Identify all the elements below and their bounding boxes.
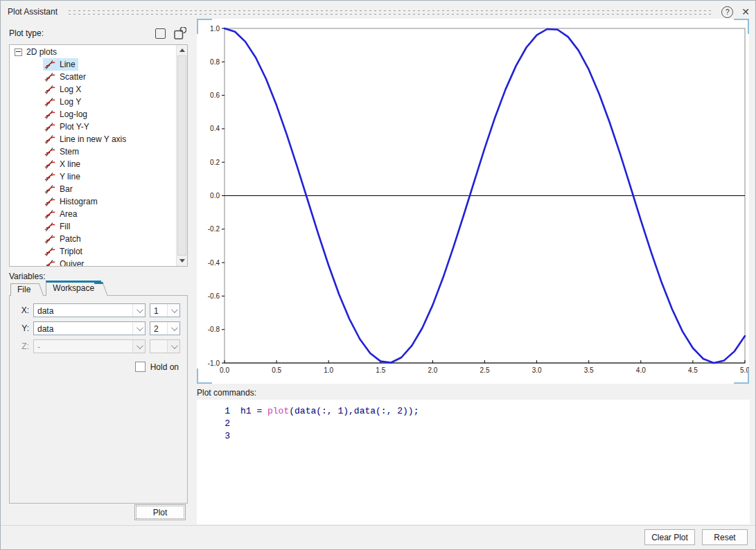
- z-variable-select: -: [33, 339, 146, 353]
- scroll-up-icon[interactable]: [177, 45, 187, 55]
- y-tick-label: 0.8: [210, 58, 220, 66]
- workspace-tab-page: X:data1Y:data2Z:- Hold on: [9, 295, 188, 504]
- close-icon[interactable]: ✕: [741, 7, 750, 17]
- selection-corner-top-left: [197, 19, 212, 34]
- plot-curve-icon: [44, 160, 55, 169]
- x-tick-label: 2.5: [480, 366, 490, 374]
- tree-root-2d-plots[interactable]: 2D plots: [10, 46, 176, 58]
- chevron-down-icon: [132, 340, 145, 353]
- tree-item-stem[interactable]: Stem: [10, 145, 176, 158]
- plot-assistant-window: Plot Assistant ? ✕ Plot type: 2D plots L…: [0, 0, 756, 550]
- plot-curve-icon: [44, 172, 55, 181]
- plot-curve-icon: [44, 185, 55, 194]
- chevron-down-icon: [167, 340, 179, 353]
- tree-item-area[interactable]: Area: [10, 208, 176, 220]
- tree-item-histogram[interactable]: Histogram: [10, 195, 176, 208]
- plot-button[interactable]: Plot: [134, 504, 186, 520]
- line-number: 2: [197, 418, 230, 430]
- export-figure-icon[interactable]: [173, 26, 186, 40]
- help-icon[interactable]: ?: [721, 6, 733, 18]
- code-line[interactable]: 2: [197, 418, 750, 430]
- selection-corner-bottom-left: [197, 369, 212, 384]
- plot-curve-icon: [44, 148, 55, 157]
- tree-item-log-x[interactable]: Log X: [10, 83, 176, 96]
- y-column-select[interactable]: 2: [150, 321, 180, 335]
- y-tick-label: -1.0: [208, 360, 220, 367]
- tree-item-x-line[interactable]: X line: [10, 158, 176, 170]
- tree-item-fill[interactable]: Fill: [10, 220, 176, 233]
- variables-tabs: File Workspace: [10, 281, 109, 296]
- x-tick-label: 3.0: [532, 366, 542, 374]
- clear-plot-button[interactable]: Clear Plot: [644, 529, 695, 545]
- y-tick-label: 0.0: [210, 192, 220, 199]
- collapse-icon[interactable]: [15, 48, 22, 56]
- x-column-select[interactable]: 1: [150, 303, 180, 317]
- tree-item-patch[interactable]: Patch: [10, 233, 176, 245]
- tree-item-bar[interactable]: Bar: [10, 183, 176, 195]
- y-tick-label: -0.8: [208, 326, 220, 333]
- plot-curve-icon: [44, 123, 55, 132]
- plot-curve-icon: [44, 110, 55, 119]
- chevron-down-icon[interactable]: [167, 304, 179, 317]
- x-tick-label: 2.0: [428, 366, 437, 374]
- plot-type-label: Plot type:: [9, 28, 44, 38]
- variable-row-x: X:data1: [17, 303, 180, 317]
- titlebar: Plot Assistant ? ✕: [8, 5, 750, 19]
- x-tick-label: 0.0: [220, 366, 229, 374]
- variable-row-z: Z:-: [17, 339, 180, 353]
- window-title: Plot Assistant: [8, 7, 58, 17]
- line-number: 3: [197, 430, 230, 443]
- plot-curve-icon: [44, 247, 55, 256]
- tree-item-log-log[interactable]: Log-log: [10, 108, 176, 121]
- line-number: 1: [197, 405, 230, 418]
- y-tick-label: -0.2: [208, 225, 220, 233]
- tree-item-triplot[interactable]: Triplot: [10, 245, 176, 258]
- x-tick-label: 1.0: [324, 366, 333, 374]
- scrollbar-thumb[interactable]: [177, 55, 186, 256]
- scroll-down-icon[interactable]: [177, 256, 187, 266]
- plot-curve-icon: [44, 222, 55, 231]
- new-figure-icon[interactable]: [153, 26, 167, 40]
- plot-curve-icon: [44, 235, 55, 244]
- tree-item-line[interactable]: Line: [10, 58, 176, 71]
- tab-file[interactable]: File: [10, 283, 37, 296]
- plot-curve-icon: [44, 197, 55, 206]
- selection-corner-top-right: [734, 19, 749, 34]
- chevron-down-icon[interactable]: [132, 322, 145, 335]
- tree-item-plot-y-y[interactable]: Plot Y-Y: [10, 121, 176, 133]
- tree-scrollbar[interactable]: [176, 45, 187, 266]
- titlebar-drag-handle[interactable]: [67, 8, 713, 15]
- y-tick-label: -0.6: [208, 292, 220, 300]
- x-tick-label: 4.0: [636, 366, 646, 374]
- z-column-select: [150, 339, 180, 353]
- tree-item-log-y[interactable]: Log Y: [10, 96, 176, 108]
- axis-label: Y:: [17, 323, 29, 333]
- y-variable-select[interactable]: data: [33, 321, 146, 335]
- code-line[interactable]: 3: [197, 430, 750, 443]
- plot-type-tree: 2D plots Line Scatter Log X Log Y Log-lo…: [9, 44, 188, 267]
- y-tick-label: -0.4: [208, 259, 220, 267]
- plot-curve-icon: [44, 73, 55, 82]
- chevron-down-icon[interactable]: [167, 322, 179, 335]
- x-tick-label: 4.5: [688, 366, 698, 374]
- reset-button[interactable]: Reset: [702, 529, 748, 545]
- plot-commands-label: Plot commands:: [197, 388, 256, 398]
- plot-commands-editor[interactable]: 1h1 = plot(data(:, 1),data(:, 2));23: [197, 400, 750, 524]
- y-tick-label: 0.2: [210, 159, 220, 166]
- tree-item-scatter[interactable]: Scatter: [10, 71, 176, 83]
- y-tick-label: 0.6: [210, 91, 220, 99]
- tree-item-y-line[interactable]: Y line: [10, 170, 176, 183]
- tree-item-line-in-new-y-axis[interactable]: Line in new Y axis: [10, 133, 176, 145]
- hold-on-checkbox[interactable]: [135, 362, 146, 372]
- x-tick-label: 3.5: [584, 366, 594, 374]
- tree-item-quiver[interactable]: Quiver: [10, 258, 176, 267]
- axis-label: X:: [17, 305, 29, 315]
- code-line[interactable]: 1h1 = plot(data(:, 1),data(:, 2));: [197, 405, 750, 418]
- hold-on-row: Hold on: [10, 362, 179, 372]
- chevron-down-icon[interactable]: [132, 304, 145, 317]
- tab-workspace[interactable]: Workspace: [46, 281, 101, 296]
- x-variable-select[interactable]: data: [33, 303, 146, 317]
- selection-corner-bottom-right: [734, 369, 749, 384]
- plot-type-header: Plot type:: [9, 26, 186, 41]
- plot-curve-icon: [44, 260, 55, 267]
